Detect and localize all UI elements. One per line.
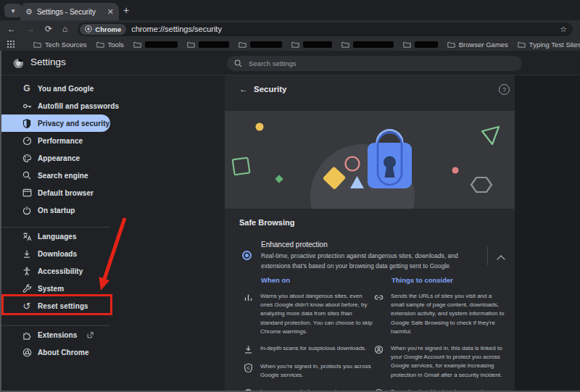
bookmark-folder[interactable]: Typing Test Sites: [518, 41, 580, 49]
active-tab[interactable]: ⚙ Settings - Security ✕: [20, 3, 119, 20]
bookmark-folder-redacted[interactable]: [133, 41, 178, 48]
folder-icon: [96, 41, 104, 48]
page-title: Settings: [30, 57, 66, 67]
bookmark-star-icon[interactable]: ☆: [560, 25, 567, 34]
chrome-chip[interactable]: Chrome: [80, 24, 126, 35]
security-settings-card: ← Security ?: [225, 75, 515, 392]
when-on-column: When on Warns you about dangerous sites,…: [244, 276, 381, 392]
security-page-header: ← Security ?: [225, 75, 515, 105]
search-input[interactable]: [247, 59, 515, 68]
puzzle-icon: [22, 330, 32, 340]
sidebar-item-downloads[interactable]: Downloads: [0, 245, 110, 262]
apps-grid-icon[interactable]: [7, 41, 14, 48]
sidebar-item-accessibility[interactable]: Accessibility: [0, 262, 110, 280]
download-icon: [22, 249, 32, 259]
reload-icon[interactable]: ⟳: [45, 25, 52, 33]
things-to-consider-heading: Things to consider: [392, 276, 513, 284]
list-item: G When you're signed in, protects you ac…: [244, 362, 381, 380]
window-edge: [0, 51, 1, 392]
enhanced-protection-radio[interactable]: [242, 251, 252, 260]
account-icon: [374, 345, 384, 354]
browser-toolbar: ← → ⟳ ⌂ Chrome chrome://settings/securit…: [0, 20, 580, 38]
security-lock-illustration: [225, 111, 515, 209]
download-scan-icon: [244, 345, 253, 354]
magnifier-icon: [22, 170, 32, 180]
sidebar-item-performance[interactable]: Performance: [0, 132, 110, 149]
things-to-consider-column: Things to consider Sends the URLs of sit…: [374, 276, 513, 392]
bookmark-folder[interactable]: Tech Sources: [33, 41, 87, 49]
folder-icon: [447, 41, 455, 48]
chrome-chip-label: Chrome: [95, 25, 121, 33]
sidebar-item-reset-settings[interactable]: ↺ Reset settings: [0, 297, 110, 314]
sidebar-item-extensions[interactable]: Extensions: [0, 326, 110, 343]
back-icon[interactable]: ←: [7, 25, 16, 33]
link-icon: [374, 293, 384, 302]
tab-close-icon[interactable]: ✕: [107, 8, 114, 16]
bookmarks-bar: Tech Sources Tools: [0, 38, 580, 51]
folder-icon: [133, 41, 141, 48]
analytics-icon: [244, 293, 253, 302]
bookmark-folder[interactable]: Browser Games: [447, 41, 508, 49]
power-icon: [22, 205, 32, 215]
back-arrow-icon[interactable]: ←: [239, 84, 248, 94]
folder-icon: [403, 41, 411, 48]
new-tab-button[interactable]: +: [123, 4, 129, 16]
settings-search[interactable]: [227, 56, 522, 71]
folder-icon: [33, 41, 41, 48]
chrome-logo-icon: [13, 58, 24, 69]
settings-gear-favicon: ⚙: [25, 8, 33, 16]
tab-title: Settings - Security: [37, 8, 103, 16]
list-item: Sends the URLs of sites you visit and a …: [374, 292, 513, 336]
sidebar-item-autofill[interactable]: Autofill and passwords: [0, 97, 110, 114]
list-item: Warns you about dangerous sites, even on…: [244, 292, 381, 336]
google-g-icon: G: [22, 83, 32, 93]
folder-icon: [187, 41, 195, 48]
folder-icon: [518, 41, 526, 48]
sidebar-item-system[interactable]: System: [0, 280, 110, 297]
sidebar-item-you-and-google[interactable]: G You and Google: [0, 80, 110, 97]
safe-browsing-heading: Safe Browsing: [239, 218, 294, 227]
security-title: Security: [254, 85, 286, 93]
tab-search-button[interactable]: ▾: [4, 4, 22, 17]
reset-icon: ↺: [22, 301, 32, 311]
list-item: When you're signed in, this data is link…: [374, 344, 513, 380]
sidebar-item-about-chrome[interactable]: About Chrome: [0, 343, 110, 361]
folder-icon: [291, 41, 299, 48]
forward-icon[interactable]: →: [26, 25, 35, 33]
home-icon[interactable]: ⌂: [62, 25, 67, 33]
sidebar-item-default-browser[interactable]: Default browser: [0, 184, 110, 201]
key-icon: [22, 101, 32, 111]
sidebar-item-languages[interactable]: Languages: [0, 228, 110, 245]
settings-header: Settings: [0, 51, 580, 75]
enhanced-protection-title: Enhanced protection: [261, 241, 328, 249]
address-bar[interactable]: Chrome chrome://settings/security ☆: [78, 22, 573, 36]
bookmark-folder-redacted[interactable]: [341, 41, 394, 48]
bookmark-folder-redacted[interactable]: [403, 41, 438, 48]
translate-icon: [22, 231, 32, 241]
chrome-logo-icon: [85, 25, 92, 33]
palette-icon: [22, 153, 32, 163]
help-icon[interactable]: ?: [499, 84, 510, 95]
folder-icon: [341, 41, 349, 48]
when-on-heading: When on: [261, 276, 381, 284]
browser-window-icon: [22, 188, 32, 198]
chrome-logo-icon: [22, 347, 32, 357]
sidebar-item-on-startup[interactable]: On startup: [0, 201, 110, 219]
url-text: chrome://settings/security: [131, 25, 555, 33]
sidebar-item-privacy-and-security[interactable]: Privacy and security: [0, 114, 110, 132]
tab-strip: ▾ ⚙ Settings - Security ✕ +: [0, 0, 580, 20]
gauge-icon: [22, 135, 32, 146]
wrench-icon: [22, 283, 32, 293]
sidebar-item-search-engine[interactable]: Search engine: [0, 167, 110, 184]
browser-window: ▾ ⚙ Settings - Security ✕ + ← → ⟳ ⌂ Chro…: [0, 0, 580, 392]
bookmark-folder-redacted[interactable]: [291, 41, 332, 48]
external-link-icon: [87, 332, 94, 338]
search-icon: [234, 59, 242, 67]
enhanced-protection-description: Real-time, proactive protection against …: [261, 251, 487, 271]
collapse-chevron-icon[interactable]: [497, 255, 505, 263]
google-shield-icon: G: [244, 363, 253, 372]
sidebar-item-appearance[interactable]: Appearance: [0, 149, 110, 167]
bookmark-folder[interactable]: Tools: [96, 41, 124, 49]
bookmark-folder-redacted[interactable]: [187, 41, 229, 48]
bookmark-folder-redacted[interactable]: [239, 41, 282, 48]
